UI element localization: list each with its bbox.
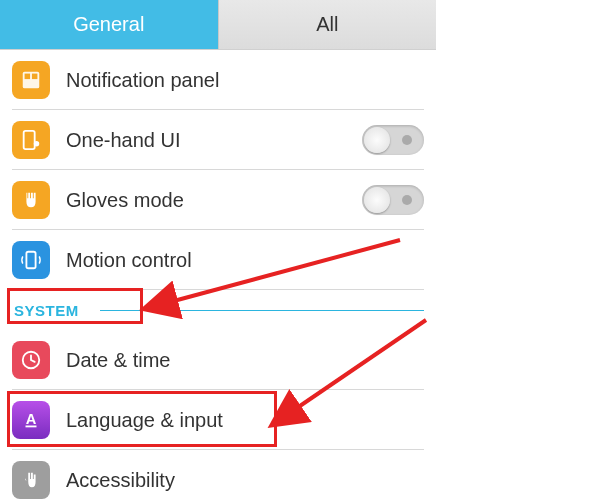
tab-bar: General All — [0, 0, 436, 50]
item-label: Language & input — [66, 409, 424, 432]
svg-rect-2 — [32, 74, 37, 80]
item-label: Motion control — [66, 249, 424, 272]
settings-item-one-hand-ui[interactable]: One-hand UI — [0, 110, 436, 170]
gloves-icon — [12, 181, 50, 219]
item-label: Accessibility — [66, 469, 424, 492]
svg-point-4 — [34, 141, 40, 147]
settings-item-date-time[interactable]: Date & time — [0, 330, 436, 390]
svg-text:A: A — [26, 411, 37, 427]
toggle-gloves-mode[interactable] — [362, 185, 424, 215]
settings-item-language-input[interactable]: A Language & input — [0, 390, 436, 450]
toggle-one-hand-ui[interactable] — [362, 125, 424, 155]
item-label: Notification panel — [66, 69, 424, 92]
item-label: Gloves mode — [66, 189, 362, 212]
tab-general[interactable]: General — [0, 0, 218, 49]
section-header-system: SYSTEM — [0, 290, 436, 330]
accessibility-icon — [12, 461, 50, 499]
settings-item-notification-panel[interactable]: Notification panel — [0, 50, 436, 110]
motion-icon — [12, 241, 50, 279]
tab-label: All — [316, 13, 338, 36]
tab-label: General — [73, 13, 144, 36]
section-label: SYSTEM — [14, 302, 79, 319]
clock-icon — [12, 341, 50, 379]
item-label: Date & time — [66, 349, 424, 372]
language-icon: A — [12, 401, 50, 439]
tab-all[interactable]: All — [218, 0, 437, 49]
svg-rect-5 — [26, 252, 35, 269]
svg-rect-1 — [25, 74, 30, 80]
settings-item-gloves-mode[interactable]: Gloves mode — [0, 170, 436, 230]
settings-item-motion-control[interactable]: Motion control — [0, 230, 436, 290]
section-divider — [100, 310, 424, 311]
item-label: One-hand UI — [66, 129, 362, 152]
settings-item-accessibility[interactable]: Accessibility — [0, 450, 436, 504]
settings-screen: General All Notification panel One-hand … — [0, 0, 436, 504]
one-hand-icon — [12, 121, 50, 159]
notification-icon — [12, 61, 50, 99]
svg-rect-3 — [24, 131, 35, 149]
